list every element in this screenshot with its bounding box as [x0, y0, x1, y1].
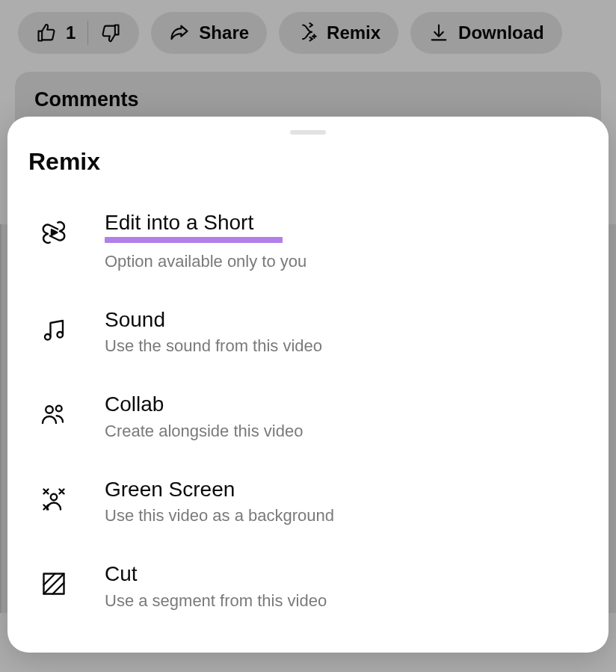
option-sound[interactable]: Sound Use the sound from this video: [7, 292, 609, 377]
remix-bottom-sheet: Remix Edit into a Short Option available…: [7, 117, 609, 653]
option-subtitle: Use a segment from this video: [105, 591, 327, 611]
option-subtitle: Use this video as a background: [105, 506, 334, 525]
svg-point-2: [46, 406, 53, 413]
sheet-title: Remix: [7, 148, 609, 195]
music-note-icon: [39, 315, 69, 345]
people-icon: [39, 399, 69, 429]
remix-options-list: Edit into a Short Option available only …: [7, 195, 609, 632]
option-subtitle: Option available only to you: [105, 252, 307, 271]
svg-point-4: [51, 494, 57, 500]
svg-point-0: [45, 334, 51, 340]
option-title: Sound: [105, 307, 322, 333]
option-title: Collab: [105, 392, 303, 417]
green-screen-icon: [39, 484, 69, 514]
option-subtitle: Create alongside this video: [105, 422, 303, 441]
option-subtitle: Use the sound from this video: [105, 336, 322, 356]
option-edit-into-short[interactable]: Edit into a Short Option available only …: [7, 195, 609, 292]
svg-point-3: [56, 406, 62, 412]
option-title: Cut: [105, 561, 327, 587]
cut-segment-icon: [39, 569, 69, 599]
option-title: Green Screen: [105, 477, 334, 502]
option-title: Edit into a Short: [105, 210, 307, 235]
svg-point-1: [58, 332, 64, 338]
option-collab[interactable]: Collab Create alongside this video: [7, 377, 609, 462]
option-green-screen[interactable]: Green Screen Use this video as a backgro…: [7, 462, 609, 547]
sheet-grabber[interactable]: [290, 130, 326, 135]
option-cut[interactable]: Cut Use a segment from this video: [7, 546, 609, 632]
highlight-underline: [105, 237, 283, 243]
shorts-icon: [39, 218, 69, 247]
